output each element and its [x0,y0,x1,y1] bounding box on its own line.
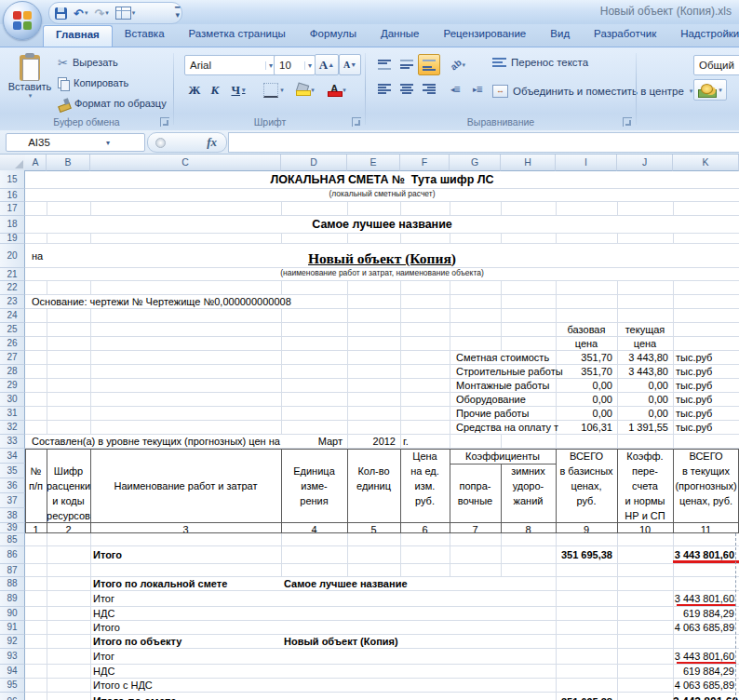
cell[interactable]: 6 [400,524,450,535]
row-header[interactable]: 19 [0,234,25,244]
orientation-button[interactable]: ab▾ [444,54,472,75]
ribbon-tab-8[interactable]: Разработчик [582,24,668,47]
cell[interactable]: 3 443 801,60 [673,651,734,662]
cell[interactable]: единиц [347,480,400,491]
ribbon-tab-9[interactable]: Надстройки [668,24,739,47]
cell[interactable]: 1 [25,524,47,535]
row-header[interactable]: 93 [0,649,25,665]
cell[interactable]: 0,00 [617,394,668,405]
cell[interactable]: 0,00 [556,394,612,405]
row-header[interactable]: 17 [0,202,25,216]
cell[interactable]: Март [281,436,343,447]
cell[interactable]: Новый объект (Копия) [281,636,398,647]
cell[interactable]: цена [617,338,673,349]
ribbon-tab-4[interactable]: Формулы [298,24,369,47]
cell[interactable]: зимних [501,465,556,477]
cell[interactable]: на ед. [400,465,450,477]
row-header[interactable]: 36 [0,478,25,493]
cell[interactable]: 0,00 [556,380,612,391]
cell[interactable]: 2012 [347,436,396,447]
quick-table-icon[interactable]: ▾ [115,5,136,21]
borders-dropdown-icon[interactable]: ▾ [280,87,284,94]
cell[interactable]: Прочие работы [453,408,529,419]
cell[interactable]: 3 443,80 [617,352,668,363]
column-header[interactable]: D [281,155,347,171]
cell[interactable]: руб. [556,495,617,506]
cell[interactable]: Шифр [47,465,90,477]
cell[interactable]: Итог [90,651,114,662]
underline-dropdown-icon[interactable]: ▾ [242,87,246,94]
row-header[interactable]: 39 [0,523,25,533]
row-header[interactable]: 31 [0,407,25,421]
ribbon-tab-3[interactable]: Разметка страницы [177,24,298,47]
cell[interactable]: руб. [400,495,450,506]
row-header[interactable]: 33 [0,435,25,449]
cell[interactable]: 2 [47,524,90,535]
cell[interactable]: (наименование работ и затрат, наименован… [25,269,739,277]
cell[interactable]: ВСЕГО [556,451,617,462]
row-header[interactable]: 15 [0,170,25,189]
font-size-combobox[interactable]: 10 ▾ [274,55,316,75]
cell[interactable]: 3 443 801,60 [673,696,734,700]
italic-button[interactable]: К [205,79,225,101]
font-color-button[interactable]: А▾ [322,79,352,101]
cell[interactable]: текущая [617,324,673,335]
row-header[interactable]: 23 [0,295,25,309]
row-header[interactable]: 20 [0,244,25,268]
cell[interactable]: тыс.руб [673,366,712,377]
cell[interactable]: тыс.руб [673,394,712,405]
cell[interactable]: Итого [90,549,122,560]
cell[interactable]: НР и СП [617,510,673,521]
cell[interactable]: Итог [90,593,114,604]
cell[interactable]: 1 391,55 [617,422,668,433]
cell[interactable]: НДС [90,666,114,677]
row-header[interactable]: 95 [0,679,25,693]
cell[interactable]: ВСЕГО [673,451,739,462]
column-header[interactable]: J [617,155,673,171]
row-header[interactable]: 16 [0,189,25,202]
align-center-button[interactable] [396,78,418,100]
cell[interactable]: базовая [556,324,617,335]
worksheet[interactable]: ABCDEFGHIJK15ЛОКАЛЬНАЯ СМЕТА № Тута шифр… [0,155,739,700]
row-header[interactable]: 91 [0,621,25,635]
cell[interactable]: тыс.руб [673,408,712,419]
cell[interactable]: вочные [450,495,501,506]
ribbon-tab-6[interactable]: Рецензирование [431,24,538,47]
column-header[interactable]: C [90,155,281,171]
cell[interactable]: ценах, руб. [673,495,739,506]
cell[interactable]: Кол-во [347,465,400,477]
cell[interactable]: Итого по объекту [90,636,181,647]
row-header[interactable]: 86 [0,546,25,564]
cell[interactable]: цена [556,338,617,349]
row-header[interactable]: 24 [0,309,25,323]
cell[interactable]: 4 063 685,89 [673,680,734,691]
cell[interactable]: 3 [90,524,281,535]
cell[interactable]: и коды [47,495,90,506]
row-header[interactable]: 18 [0,216,25,234]
cell[interactable]: Итого по локальной смете [90,578,227,589]
cell[interactable]: № [25,465,47,477]
cell[interactable]: в текущих [673,465,739,477]
customize-qat-icon[interactable]: ━▾ [175,4,180,19]
row-header[interactable]: 87 [0,564,25,577]
row-header[interactable]: 22 [0,281,25,295]
font-dialog-launcher-icon[interactable] [352,117,361,127]
cell[interactable]: 5 [347,524,400,535]
font-color-dropdown-icon[interactable]: ▾ [343,87,346,94]
cell[interactable]: 351 695,38 [556,549,612,560]
save-icon[interactable] [55,5,67,21]
office-button[interactable] [3,1,42,40]
align-bottom-button[interactable] [418,54,440,75]
cell[interactable]: 11 [673,524,739,535]
row-header[interactable]: 89 [0,591,25,607]
row-header[interactable]: 30 [0,393,25,407]
fill-color-dropdown-icon[interactable]: ▾ [311,87,315,94]
cell[interactable]: 106,31 [556,422,612,433]
cell[interactable]: ЛОКАЛЬНАЯ СМЕТА № Тута шифр ЛС [25,174,739,187]
cell[interactable]: 351,70 [556,352,612,363]
decrease-font-size-button[interactable]: A▼ [339,54,361,75]
cell[interactable]: расценки [47,480,90,491]
row-header[interactable]: 26 [0,337,25,351]
cell[interactable]: в базисных [556,465,617,477]
row-header[interactable]: 88 [0,577,25,591]
